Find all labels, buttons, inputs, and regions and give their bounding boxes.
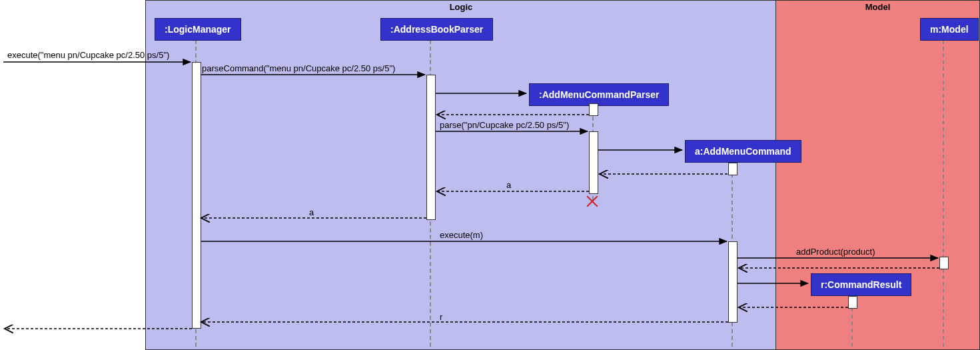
participant-add-menu-command: a:AddMenuCommand xyxy=(685,140,801,163)
participant-logic-manager: :LogicManager xyxy=(155,18,241,41)
lifeline-model xyxy=(943,40,944,347)
label-parse-command: parseCommand("menu pn/Cupcake pc/2.50 ps… xyxy=(202,63,395,73)
frame-model: Model xyxy=(775,0,980,350)
activation-logic-manager xyxy=(192,62,201,329)
frame-logic-label: Logic xyxy=(444,1,478,13)
participant-address-book-parser: :AddressBookParser xyxy=(380,18,493,41)
participant-model: m:Model xyxy=(920,18,979,41)
activation-result xyxy=(848,296,857,309)
participant-add-menu-command-parser: :AddMenuCommandParser xyxy=(529,83,669,106)
activation-cmd-2 xyxy=(728,241,737,323)
activation-parser-2 xyxy=(589,131,598,194)
participant-command-result: r:CommandResult xyxy=(811,273,911,296)
activation-cmd-1 xyxy=(728,163,737,175)
label-execute-call: execute("menu pn/Cupcake pc/2.50 ps/5") xyxy=(7,50,169,60)
label-return-a: a xyxy=(506,180,511,190)
sequence-diagram: Logic Model :LogicManager :AddressBookPa… xyxy=(0,0,980,350)
activation-parser-1 xyxy=(589,103,598,116)
destroy-parser xyxy=(585,193,600,208)
label-add-product: addProduct(product) xyxy=(796,247,875,257)
label-execute-m: execute(m) xyxy=(440,230,483,240)
label-parse-call: parse("pn/Cupcake pc/2.50 ps/5") xyxy=(440,120,569,130)
label-return-a2: a xyxy=(309,207,314,217)
activation-model xyxy=(939,257,949,269)
label-return-r: r xyxy=(440,312,442,322)
frame-model-label: Model xyxy=(860,1,896,13)
frame-logic: Logic xyxy=(145,0,777,350)
activation-address-book-parser xyxy=(426,75,436,220)
